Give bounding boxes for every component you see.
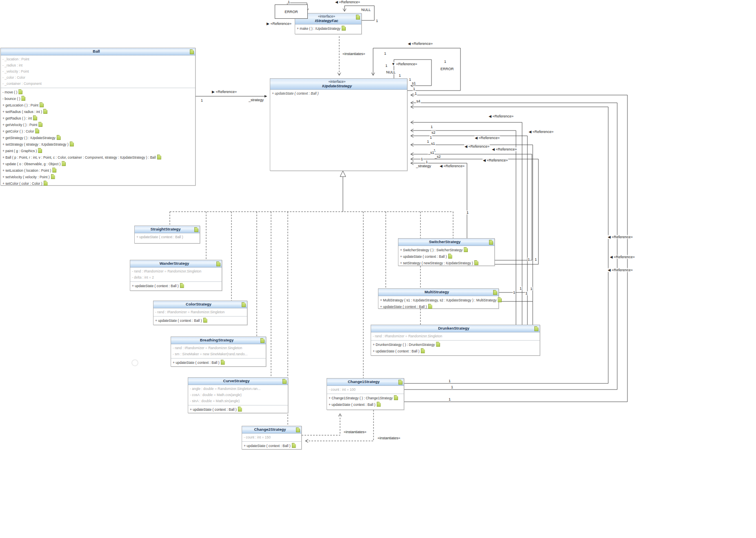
method-row[interactable]: + getColor ( ) : Color [1,128,195,135]
class-change1strategy[interactable]: Change1Strategy- count : int = 100+ Chan… [327,378,404,410]
attribute-row[interactable]: - rand : IRandomizer = Randomizer.Single… [130,268,222,275]
method-row[interactable]: + updateState ( context : Ball ) [270,91,407,97]
attribute-row[interactable]: - rand : IRandomizer = Randomizer.Single… [153,309,247,315]
class-colorstrategy[interactable]: ColorStrategy- rand : IRandomizer = Rand… [153,301,247,325]
attribute-row[interactable]: - _radius : int [1,62,195,69]
attribute-text: - _location : Point [2,57,29,61]
document-icon [534,326,538,331]
class-header: StraightStrategy [135,226,200,233]
method-text: + setStrategy ( newStrategy : IUpdateStr… [400,261,473,265]
edge-label: 1 [200,98,203,102]
attribute-text: - _radius : int [2,63,22,67]
method-row[interactable]: - bounce ( ) [1,95,195,102]
edge-label: _strategy [248,98,264,102]
generalization-triangle [340,171,346,177]
method-row[interactable]: + updateState ( context : Ball ) [398,253,494,260]
method-row[interactable]: + setStrategy ( strategy : IUpdateStrate… [1,141,195,148]
methods-compartment: + DrunkenStrategy ( ) : DrunkenStrategy+… [371,340,540,355]
method-text: + setStrategy ( strategy : IUpdateStrate… [2,142,69,146]
edge-label: ▼ «Reference» [391,62,418,66]
attribute-row[interactable]: - rand : IRandomizer = Randomizer.Single… [171,345,266,351]
document-icon [377,402,381,407]
method-row[interactable]: + updateState ( context : Ball ) [327,401,404,408]
method-row[interactable]: + getStrategy ( ) : IUpdateStrategy [1,135,195,141]
method-text: + updateState ( context : Ball ) [155,319,202,323]
edge-label: 1 [413,87,416,91]
edge-label: 1 [385,64,388,68]
method-row[interactable]: + updateState ( context : Ball ) [188,406,288,413]
method-row[interactable]: + updateState ( context : Ball ) [153,317,247,324]
attribute-row[interactable]: - rand : IRandomizer = Randomizer.Single… [371,333,540,339]
method-row[interactable]: + update ( o : Observable, g : Object ) [1,161,195,167]
attribute-row[interactable]: - _location : Point [1,56,195,62]
class-header: MultiStrategy [378,289,498,296]
method-row[interactable]: + setLocation ( location : Point ) [1,167,195,174]
method-row[interactable]: + Ball ( p : Point, r : int, v : Point, … [1,154,195,161]
method-row[interactable]: + MultiStrategy ( s1 : IUpdateStrategy, … [378,297,498,303]
method-row[interactable]: + updateState ( context : Ball ) [242,443,301,449]
attribute-text: - rand : IRandomizer = Randomizer.Single… [132,269,201,273]
attribute-row[interactable]: - _container : Component [1,81,195,87]
edge-label: NULL [361,8,371,12]
attribute-row[interactable]: - _velocity : Point [1,69,195,75]
methods-compartment: + updateState ( context : Ball ) [135,233,200,241]
class-drunkenstrategy[interactable]: DrunkenStrategy- rand : IRandomizer = Ra… [371,325,540,356]
method-row[interactable]: + updateState ( context : Ball ) [135,234,200,240]
method-text: + updateState ( context : Ball ) [190,407,237,412]
method-row[interactable]: - move ( ) [1,89,195,95]
method-row[interactable]: + updateState ( context : Ball ) [378,303,498,310]
attribute-text: - count : int = 100 [329,387,356,392]
class-name: CurveStrategy [191,379,282,383]
method-row[interactable]: + getLocation ( ) : Point [1,102,195,108]
method-text: + setRadius ( radius : int ) [2,110,42,114]
document-icon [18,89,22,94]
edge-label: ◀ «Reference» [528,130,554,134]
attributes-compartment: - rand : IRandomizer = Randomizer.Single… [371,332,540,340]
method-row[interactable]: + updateState ( context : Ball ) [371,348,540,354]
attribute-row[interactable]: - _color : Color [1,75,195,81]
method-row[interactable]: + setColor ( color : Color ) [1,180,195,187]
class-straightstrategy[interactable]: StraightStrategy+ updateState ( context … [134,226,200,244]
attribute-row[interactable]: - cosA : double = Math.cos(angle) [188,392,288,398]
class-breathingstrategy[interactable]: BreathingStrategy- rand : IRandomizer = … [171,337,266,367]
method-row[interactable]: + setStrategy ( newStrategy : IUpdateStr… [398,260,494,266]
method-row[interactable]: + getRadius ( ) : int [1,115,195,122]
method-row[interactable]: + setRadius ( radius : int ) [1,108,195,115]
attribute-row[interactable]: - delta : int = 2 [130,275,222,281]
document-icon [474,260,478,265]
attribute-row[interactable]: - sm : SineMaker = new SineMaker(rand.ra… [171,351,266,357]
class-change2strategy[interactable]: Change2Strategy- count : int = 150+ upda… [242,426,302,449]
class-header: «interface»IUpdateStrategy [270,79,407,90]
class-name: BreathingStrategy [173,338,260,343]
attribute-row[interactable]: - count : int = 150 [242,434,301,441]
method-row[interactable]: + setVelocity ( velocity : Point ) [1,174,195,180]
class-wanderstrategy[interactable]: WanderStrategy- rand : IRandomizer = Ran… [130,260,222,291]
method-row[interactable]: + SwitcherStrategy ( ) : SwitcherStrateg… [398,247,494,253]
method-row[interactable]: + Change1Strategy ( ) : Change1Strategy [327,395,404,401]
method-row[interactable]: + paint ( g : Graphics ) [1,148,195,154]
error-instance-box[interactable]: ERROR [275,4,308,19]
class-multistrategy[interactable]: MultiStrategy+ MultiStrategy ( s1 : IUpd… [378,288,499,309]
method-row[interactable]: + make ( ) : IUpdateStrategy [295,25,361,32]
method-row[interactable]: + updateState ( context : Ball ) [171,359,266,366]
method-row[interactable]: + getVelocity ( ) : Point [1,122,195,128]
faint-circle-artifact [131,359,138,366]
method-row[interactable]: + DrunkenStrategy ( ) : DrunkenStrategy [371,341,540,348]
attribute-row[interactable]: - angle : double = Randomizer.Singleton.… [188,386,288,392]
method-row[interactable]: + updateState ( context : Ball ) [130,283,222,289]
methods-compartment: + updateState ( context : Ball ) [130,281,222,290]
edge-label: ◀ «Reference» [609,255,635,259]
attribute-text: - rand : IRandomizer = Randomizer.Single… [155,310,225,314]
class-switcherstrategy[interactable]: SwitcherStrategy+ SwitcherStrategy ( ) :… [398,238,495,266]
method-text: + updateState ( context : Ball ) [136,235,183,239]
class-iupdatestrategy[interactable]: «interface»IUpdateStrategy+ updateState … [270,78,407,171]
document-icon [394,395,398,400]
methods-compartment: + make ( ) : IUpdateStrategy [295,24,361,33]
attribute-row[interactable]: - sinA : double = Math.sin(angle) [188,398,288,404]
attribute-row[interactable]: - count : int = 100 [327,387,404,393]
document-icon [38,122,42,127]
class-curvestrategy[interactable]: CurveStrategy- angle : double = Randomiz… [188,377,288,413]
class-ball[interactable]: Ball- _location : Point- _radius : int- … [0,48,196,186]
attribute-text: - delta : int = 2 [132,275,154,279]
attribute-text: - sinA : double = Math.sin(angle) [190,399,240,403]
